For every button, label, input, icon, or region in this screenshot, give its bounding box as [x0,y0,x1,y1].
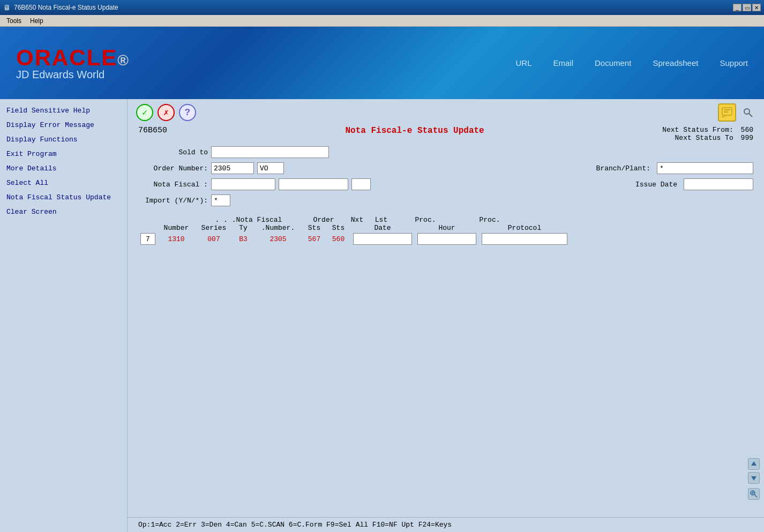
col-header-proc-hour-top: Proc. [458,216,522,224]
order-number-input[interactable] [211,162,254,174]
next-status-from-label: Next Status From: [662,126,733,134]
svg-marker-7 [751,476,756,481]
grid-protocol-input-0[interactable] [482,233,567,245]
nota-fiscal-input2[interactable] [279,178,348,190]
maximize-button[interactable]: ▭ [743,4,751,11]
sold-to-row: Sold to [138,146,753,158]
sidebar-item-clear-screen[interactable]: Clear Screen [0,205,127,219]
cell-order-value-0: 2305 [269,235,286,243]
menu-help[interactable]: Help [26,16,48,26]
col-header-nota-fiscal-label: . . .Nota Fiscal [195,216,302,224]
chat-icon[interactable] [718,103,736,122]
col-header-proc-hour: Hour [415,224,479,232]
import-row: Import (Y/N/*): [138,194,753,206]
oracle-header: ORACLE® JD Edwards World URL Email Docum… [0,27,764,99]
title-bar-left: 🖥 76B650 Nota Fiscal-e Status Update [3,3,118,12]
sold-to-label: Sold to [138,148,208,156]
svg-line-9 [754,494,757,497]
col-header-proc-date: Date [350,224,415,232]
sold-to-input[interactable] [211,146,329,158]
nav-email[interactable]: Email [553,58,573,68]
order-type-input[interactable] [257,162,284,174]
help-button[interactable]: ? [179,104,196,121]
nav-document[interactable]: Document [595,58,631,68]
col-header-proc-date-top: Proc. [393,216,458,224]
next-status-to-row: Next Status To 999 [662,134,753,142]
sidebar-item-select-all[interactable]: Select All [0,176,127,190]
col-header-lst-label: Lst [369,216,393,224]
cell-number-value-0: 1310 [168,235,184,243]
sidebar-item-field-sensitive-help[interactable]: Field Sensitive Help [0,103,127,118]
next-status-from-row: Next Status From: 560 [662,126,753,134]
title-bar-controls: _ ▭ ✕ [733,4,761,11]
grid-header-row1: . . .Nota Fiscal Order Nxt Lst Proc. Pro… [138,216,753,224]
issue-date-label: Issue Date [635,181,677,189]
nota-fiscal-input3[interactable] [351,178,371,190]
zoom-icon[interactable] [748,488,760,500]
nav-spreadsheet[interactable]: Spreadsheet [653,58,698,68]
cell-lst-value-0: 560 [332,235,344,243]
svg-line-5 [749,114,752,117]
cell-ty-value-0: B3 [239,235,248,243]
cancel-button[interactable]: ✗ [158,104,175,121]
branch-plant-label: Branch/Plant: [596,164,650,173]
col-header-order-num: .Number. [254,224,302,232]
nav-support[interactable]: Support [720,58,748,68]
cell-proc-date-0 [350,233,415,245]
minimize-button[interactable]: _ [733,4,741,11]
order-number-row: Order Number: Branch/Plant: [138,162,753,174]
form-status-area: Next Status From: 560 Next Status To 999 [662,126,753,142]
cell-series-value-0: 007 [207,235,220,243]
sidebar-item-more-details[interactable]: More Details [0,161,127,176]
close-button[interactable]: ✕ [752,4,761,11]
sidebar-item-display-error-message[interactable]: Display Error Message [0,118,127,132]
grid-proc-hour-input-0[interactable] [417,233,476,245]
order-number-label: Order Number: [138,164,208,173]
col-header-series: Series [195,224,233,232]
header-nav: URL Email Document Spreadsheet Support [515,58,748,68]
app-icon: 🖥 [3,3,11,12]
branch-plant-input[interactable] [657,162,753,174]
scroll-up-icon[interactable] [748,458,760,470]
nota-fiscal-row: Nota Fiscal : Issue Date [138,178,753,190]
form-title-row: 76B650 Nota Fiscal-e Status Update Next … [138,126,753,142]
ok-button[interactable]: ✓ [136,104,153,121]
search-icon[interactable] [740,105,755,120]
col-header-nxt-label: Nxt [345,216,369,224]
cell-proc-hour-0 [415,233,479,245]
svg-rect-1 [724,109,730,110]
import-label: Import (Y/N/*): [138,197,208,205]
status-bar: Op:1=Acc 2=Err 3=Den 4=Can 5=C.SCAN 6=C.… [128,517,764,532]
issue-date-input[interactable] [684,178,753,190]
jde-brand: JD Edwards World [16,69,104,81]
grid-proc-date-input-0[interactable] [353,233,412,245]
col-header-nota-fiscal-top [158,216,195,224]
menu-bar: Tools Help [0,15,764,27]
next-status-to-label: Next Status To [675,134,733,142]
cell-number-0: 1310 [158,235,195,243]
sidebar-item-display-functions[interactable]: Display Functions [0,132,127,147]
svg-rect-2 [724,111,728,113]
oracle-brand: ORACLE® [16,45,130,71]
nota-fiscal-input1[interactable] [211,178,275,190]
sidebar-item-nota-fiscal-status-update[interactable]: Nota Fiscal Status Update [0,190,127,205]
title-bar: 🖥 76B650 Nota Fiscal-e Status Update _ ▭… [0,0,764,15]
svg-marker-6 [751,461,756,466]
oracle-logo: ORACLE® JD Edwards World [16,45,130,81]
nav-url[interactable]: URL [515,58,531,68]
sidebar: Field Sensitive Help Display Error Messa… [0,99,128,532]
col-header-nxt-sts: Sts [302,224,326,232]
next-status-from-value: 560 [741,126,753,134]
scroll-down-icon[interactable] [748,472,760,484]
sidebar-item-exit-program[interactable]: Exit Program [0,147,127,161]
program-id: 76B650 [138,126,167,135]
main-container: Field Sensitive Help Display Error Messa… [0,99,764,532]
col-header-protocol: Protocol [479,224,570,232]
grid-op-input-0[interactable] [140,233,155,245]
title-bar-text: 76B650 Nota Fiscal-e Status Update [14,4,118,11]
status-bar-text: Op:1=Acc 2=Err 3=Den 4=Can 5=C.SCAN 6=C.… [138,521,452,529]
right-icons [748,458,760,500]
col-header-order-label: Order [302,216,345,224]
import-input[interactable] [211,194,230,206]
menu-tools[interactable]: Tools [2,16,26,26]
